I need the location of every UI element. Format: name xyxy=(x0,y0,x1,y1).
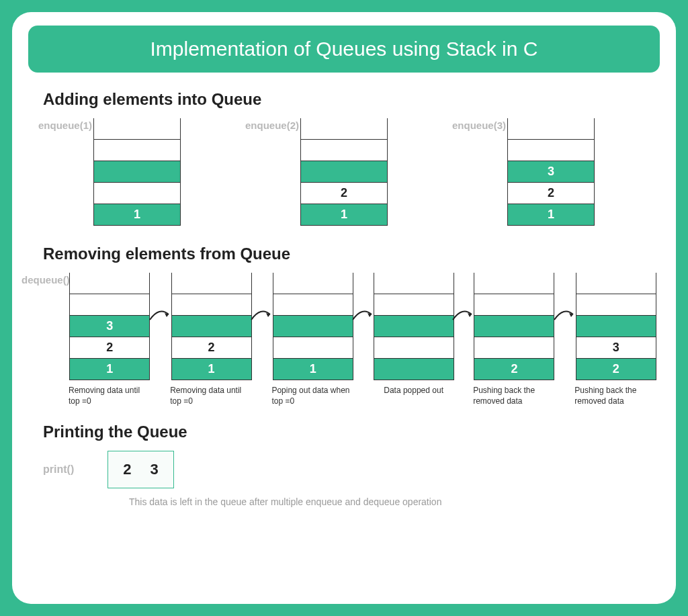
cell xyxy=(507,118,595,140)
cell xyxy=(507,140,595,161)
cell: 1 xyxy=(507,204,595,226)
cell xyxy=(171,294,252,316)
arrow-icon xyxy=(153,273,169,353)
cell xyxy=(474,294,554,316)
arrow-icon xyxy=(456,273,472,353)
cell xyxy=(300,161,388,183)
print-note: This data is left in the queue after mul… xyxy=(129,496,660,507)
cell xyxy=(474,337,554,359)
step-caption: Removing data until top =0 xyxy=(69,386,151,406)
cell: 1 xyxy=(69,359,150,380)
cell xyxy=(69,273,150,294)
print-value: 2 xyxy=(123,461,131,478)
cell: 3 xyxy=(576,337,656,359)
cell xyxy=(93,183,181,204)
arrow-icon xyxy=(355,273,372,353)
cell xyxy=(171,316,252,337)
print-row: print() 2 3 xyxy=(43,451,660,488)
stack: 3 2 1 xyxy=(507,118,595,226)
dequeue-step-4: Data popped out xyxy=(374,273,454,396)
cell xyxy=(374,359,454,380)
page-title: Implementation of Queues using Stack in … xyxy=(28,26,660,73)
cell xyxy=(171,273,252,294)
dequeue-step-1: 3 2 1 Removing data until top =0 xyxy=(69,273,151,406)
op-label: enqueue(1) xyxy=(38,120,92,131)
stack: 1 xyxy=(273,273,353,380)
print-output-box: 2 3 xyxy=(108,451,174,488)
op-label-print: print() xyxy=(43,464,74,476)
cell: 2 xyxy=(507,183,595,204)
stack: 1 xyxy=(93,118,181,226)
section-printing-title: Printing the Queue xyxy=(43,423,660,441)
adding-row: enqueue(1) 1 enqueue(2) 2 1 enqueue(3) xyxy=(28,118,660,226)
print-value: 3 xyxy=(150,461,158,478)
cell xyxy=(273,273,353,294)
cell: 2 xyxy=(576,359,656,380)
cell xyxy=(300,140,388,161)
cell: 2 xyxy=(69,337,150,359)
cell xyxy=(93,140,181,161)
stack: 3 2 1 xyxy=(69,273,150,380)
stack-enqueue-1: enqueue(1) 1 xyxy=(93,118,181,226)
cell: 2 xyxy=(300,183,388,204)
section-removing-title: Removing elements from Queue xyxy=(43,245,660,263)
cell: 3 xyxy=(507,161,595,183)
cell: 1 xyxy=(171,359,252,380)
stack-enqueue-2: enqueue(2) 2 1 xyxy=(300,118,388,226)
section-adding-title: Adding elements into Queue xyxy=(43,90,660,109)
cell xyxy=(374,337,454,359)
stack: 2 1 xyxy=(171,273,252,380)
op-label: enqueue(2) xyxy=(245,120,299,131)
step-caption: Poping out data when top =0 xyxy=(271,386,354,406)
cell xyxy=(576,294,656,316)
cell: 1 xyxy=(300,204,388,226)
cell xyxy=(300,118,388,140)
cell: 1 xyxy=(93,204,181,226)
step-caption: Pushing back the removed data xyxy=(574,386,657,406)
op-label: enqueue(3) xyxy=(452,120,506,131)
arrow-icon xyxy=(557,273,574,353)
cell xyxy=(93,161,181,183)
dequeue-step-5: 2 Pushing back the removed data xyxy=(473,273,556,406)
stack: 3 2 xyxy=(576,273,656,380)
section-removing: Removing elements from Queue dequeue() 3… xyxy=(28,245,660,406)
cell xyxy=(273,316,353,337)
dequeue-step-6: 3 2 Pushing back the removed data xyxy=(574,273,657,406)
step-caption: Data popped out xyxy=(384,386,443,396)
step-caption: Removing data until top =0 xyxy=(170,386,253,406)
stack: 2 1 xyxy=(300,118,388,226)
cell xyxy=(474,316,554,337)
stack: 2 xyxy=(474,273,554,380)
dequeue-step-3: 1 Poping out data when top =0 xyxy=(271,273,354,406)
cell: 2 xyxy=(171,337,252,359)
op-label-dequeue: dequeue() xyxy=(22,274,70,285)
cell xyxy=(69,294,150,316)
cell xyxy=(273,337,353,359)
cell xyxy=(374,294,454,316)
cell xyxy=(576,316,656,337)
cell xyxy=(93,118,181,140)
cell xyxy=(576,273,656,294)
cell xyxy=(474,273,554,294)
cell xyxy=(273,294,353,316)
cell: 1 xyxy=(273,359,353,380)
cell xyxy=(374,273,454,294)
removing-row: dequeue() 3 2 1 Removing data until top … xyxy=(28,273,660,406)
dequeue-step-2: 2 1 Removing data until top =0 xyxy=(170,273,253,406)
cell: 3 xyxy=(69,316,150,337)
arrow-icon xyxy=(254,273,271,353)
stack xyxy=(374,273,454,380)
cell: 2 xyxy=(474,359,554,380)
step-caption: Pushing back the removed data xyxy=(473,386,556,406)
diagram-card: Implementation of Queues using Stack in … xyxy=(12,12,676,604)
stack-enqueue-3: enqueue(3) 3 2 1 xyxy=(507,118,595,226)
cell xyxy=(374,316,454,337)
